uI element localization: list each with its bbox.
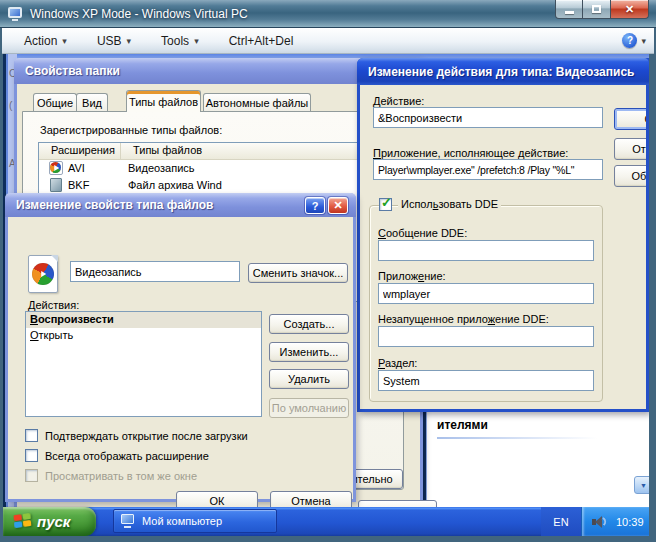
scrollbar-down-button[interactable]: ▼ <box>634 476 649 494</box>
edit-file-type-body: Сменить значок... Действия: Воспроизвест… <box>8 217 353 499</box>
menu-usb[interactable]: USB ▾ <box>89 31 139 51</box>
caption-buttons: ✕ <box>555 0 649 19</box>
dde-application-label: Приложение: <box>378 270 446 282</box>
system-tray: 10:39 <box>581 507 649 536</box>
close-icon: ✕ <box>333 199 342 212</box>
tab-view[interactable]: Вид <box>76 93 108 112</box>
taskbar-item-label: Мой компьютер <box>142 515 222 527</box>
action-item-play[interactable]: Воспроизвести <box>26 312 261 328</box>
edit-action-button[interactable]: Изменить... <box>269 342 349 362</box>
confirm-open-checkbox[interactable] <box>25 429 38 442</box>
tab-general[interactable]: Общие <box>33 93 77 112</box>
windows-logo-icon <box>14 513 33 530</box>
media-file-icon <box>49 161 63 175</box>
action-item-open[interactable]: Открыть <box>26 328 261 344</box>
use-dde-checkbox[interactable]: ✓ <box>379 198 392 211</box>
topic-input[interactable] <box>378 370 594 391</box>
use-dde-label: Использовать DDE <box>398 198 501 210</box>
edit-action-titlebar[interactable]: Изменение действия для типа: Видеозапись <box>357 58 649 85</box>
cancel-button[interactable]: Отмена <box>614 138 646 160</box>
list-header: Расширения Типы файлов <box>39 143 397 160</box>
registered-types-label: Зарегистрированные типы файлов: <box>40 124 222 136</box>
background-window-content: ителями ▼ <box>426 412 649 507</box>
clock: 10:39 <box>616 516 644 528</box>
menu-tools[interactable]: Tools ▾ <box>153 31 207 51</box>
application-input[interactable] <box>373 159 603 180</box>
dde-message-label: Сообщение DDE: <box>378 227 467 239</box>
chevron-down-icon: ▾ <box>127 36 132 46</box>
same-window-checkbox <box>25 469 38 482</box>
topic-label: Раздел: <box>378 357 417 369</box>
chevron-down-icon: ▾ <box>62 36 67 46</box>
help-icon: ? <box>312 200 319 212</box>
set-default-button: По умолчанию <box>269 398 349 418</box>
computer-icon <box>120 514 136 528</box>
edit-file-type-titlebar[interactable]: Изменение свойств типа файлов <box>5 193 356 217</box>
volume-icon[interactable] <box>591 514 608 530</box>
start-button[interactable]: пуск <box>3 507 96 536</box>
minimize-button[interactable] <box>555 0 583 19</box>
same-window-label: Просматривать в том же окне <box>45 470 197 482</box>
file-type-icon <box>28 255 58 293</box>
menu-action[interactable]: Action ▾ <box>16 31 75 51</box>
maximize-button[interactable] <box>583 0 611 19</box>
dialog-close-button[interactable]: ✕ <box>328 197 348 214</box>
menu-help[interactable]: ? ▾ <box>622 33 646 48</box>
ok-button[interactable]: ОК <box>614 108 646 130</box>
language-indicator[interactable]: EN <box>541 507 581 536</box>
confirm-open-label: Подтверждать открытие после загрузки <box>45 430 248 442</box>
edit-action-dialog: Изменение действия для типа: Видеозапись… <box>357 58 649 412</box>
scroll-down-icon: ▼ <box>640 482 647 489</box>
browse-button[interactable]: Обзор... <box>614 165 646 187</box>
change-icon-button[interactable]: Сменить значок... <box>248 263 348 283</box>
virtual-pc-window: Windows XP Mode - Windows Virtual PC ✕ A… <box>0 0 656 542</box>
always-extension-checkbox[interactable] <box>25 449 38 462</box>
always-extension-label: Всегда отображать расширение <box>45 450 209 462</box>
check-icon: ✓ <box>381 195 392 210</box>
list-item-avi[interactable]: AVI Видеозапись <box>39 160 397 177</box>
vpc-titlebar: Windows XP Mode - Windows Virtual PC ✕ <box>0 0 656 28</box>
close-button[interactable]: ✕ <box>611 0 649 19</box>
vpc-window-icon <box>8 7 24 21</box>
application-label: Приложение, исполняющее действие: <box>373 147 568 159</box>
chevron-down-icon: ▾ <box>641 36 646 46</box>
dialog-help-button[interactable]: ? <box>305 197 325 214</box>
close-icon: ✕ <box>625 3 634 16</box>
vm-desktop: С ( А ителями ▼ Свойства папки Общие Вид <box>3 54 649 536</box>
heading-divider <box>437 437 597 439</box>
tab-file-types[interactable]: Типы файлов <box>126 90 201 112</box>
column-extensions[interactable]: Расширения <box>39 143 121 159</box>
start-button-label: пуск <box>37 513 70 530</box>
new-action-button[interactable]: Создать... <box>269 314 349 334</box>
dialog-title: Свойства папки <box>25 64 120 78</box>
dde-application-input[interactable] <box>378 283 594 304</box>
dde-notrunning-label: Незапущенное приложение DDE: <box>378 313 549 325</box>
action-label: Действие: <box>373 95 424 107</box>
tab-offline-files[interactable]: Автономные файлы <box>203 93 311 112</box>
action-input[interactable] <box>373 107 603 128</box>
actions-label: Действия: <box>28 299 79 311</box>
menu-ctrl-alt-del[interactable]: Ctrl+Alt+Del <box>221 31 302 51</box>
taskbar-item-my-computer[interactable]: Мой компьютер <box>113 509 277 533</box>
column-file-types[interactable]: Типы файлов <box>121 143 397 159</box>
list-item-bkf[interactable]: BKF Файл архива Wind <box>39 177 397 194</box>
chevron-down-icon: ▾ <box>194 36 199 46</box>
background-heading: ителями <box>437 418 488 432</box>
minimize-icon <box>565 11 574 14</box>
dialog-title: Изменение свойств типа файлов <box>16 198 214 212</box>
edit-action-body: Действие: ОК Отмена Обзор... Приложение,… <box>360 85 646 409</box>
help-icon: ? <box>622 33 637 48</box>
maximize-icon <box>592 5 601 13</box>
actions-listbox[interactable]: Воспроизвести Открыть <box>25 311 262 417</box>
dde-notrunning-input[interactable] <box>378 326 594 347</box>
edit-file-type-dialog: Изменение свойств типа файлов ? ✕ Сменит… <box>5 193 356 502</box>
delete-action-button[interactable]: Удалить <box>269 369 349 389</box>
vpc-menubar: Action ▾ USB ▾ Tools ▾ Ctrl+Alt+Del ? ▾ <box>2 28 654 54</box>
taskbar: пуск Мой компьютер EN 10:39 <box>3 507 649 536</box>
dialog-title: Изменение действия для типа: Видеозапись <box>368 65 634 79</box>
vpc-window-title: Windows XP Mode - Windows Virtual PC <box>30 7 248 21</box>
backup-file-icon <box>49 178 63 192</box>
type-name-input[interactable] <box>70 261 240 282</box>
dde-message-input[interactable] <box>378 240 594 261</box>
